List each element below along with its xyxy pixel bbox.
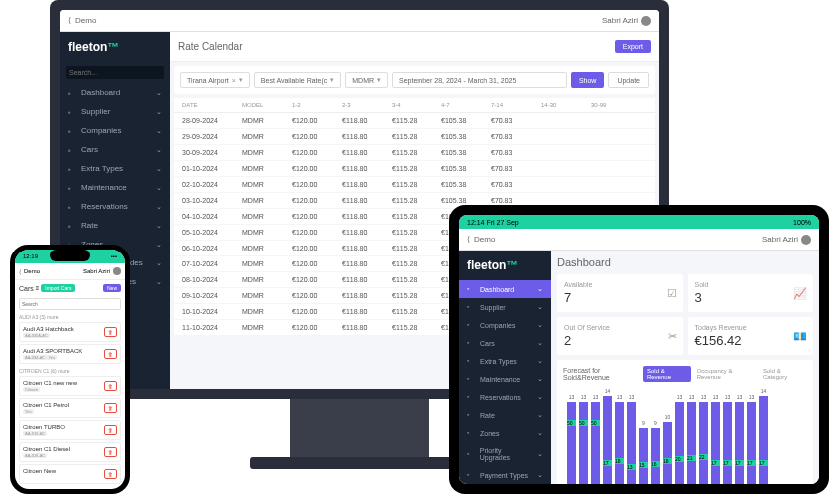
list-group-header[interactable]: CITROEN C1 (6) more [19,366,121,376]
stat-card-sold: Sold3📈 [688,274,814,312]
menu-icon: ▪ [467,450,475,458]
sidebar-item-maintenance[interactable]: ▪Maintenance⌄ [60,178,170,197]
menu-icon: ▪ [467,375,475,383]
menu-icon: ▪ [68,146,76,154]
sidebar-item-supplier[interactable]: ▪Supplier⌄ [459,298,551,316]
user-menu[interactable]: Sabri Aziri [602,16,651,26]
chart-bar: 1317 [711,402,720,484]
chevron-down-icon: ⌄ [537,411,543,419]
chevron-down-icon: ⌄ [537,303,543,311]
stat-card-todays-revenue: Todays Revenue€156.42💶 [688,317,814,355]
chart-tab[interactable]: Sold & Category [759,366,807,382]
sidebar-item-cars[interactable]: ▪Cars⌄ [459,334,551,352]
delete-icon[interactable]: 🗑 [104,327,117,337]
export-button[interactable]: Export [615,40,651,53]
back-icon[interactable]: ⟨ [19,268,21,275]
chevron-down-icon: ⌄ [537,429,543,437]
sidebar-item-extra-types[interactable]: ▪Extra Types⌄ [459,352,551,370]
sidebar-search[interactable] [66,66,164,79]
table-row[interactable]: 02-10-2024MDMR€120.00€118.80€115.28€105.… [174,177,655,193]
chart-bar: 1417 [603,396,612,484]
list-item[interactable]: Citroen TURBOAA-019-AC🗑 [19,420,121,440]
chart-bar: 1350 [567,402,576,484]
sidebar-item-extra-types[interactable]: ▪Extra Types⌄ [60,159,170,178]
chevron-down-icon: ⌄ [156,127,162,135]
delete-icon[interactable]: 🗑 [104,447,117,457]
menu-icon: ▪ [68,222,76,230]
chevron-down-icon: ⌄ [156,89,162,97]
sidebar-item-rate[interactable]: ▪Rate⌄ [459,406,551,424]
menu-icon: ▪ [467,411,475,419]
back-icon[interactable]: ⟨ [68,16,71,25]
stat-card-available: Available7☑ [557,274,683,312]
chevron-down-icon: ⌄ [156,259,162,267]
sidebar-item-companies[interactable]: ▪Companies⌄ [60,121,170,140]
user-menu[interactable]: Sabri Aziri [762,235,811,245]
table-row[interactable]: 30-09-2024MDMR€120.00€118.80€115.28€105.… [174,145,655,161]
table-row[interactable]: 01-10-2024MDMR€120.00€118.80€115.28€105.… [174,161,655,177]
filter-date-range[interactable]: September 28, 2024 - March 31, 2025 [392,72,567,88]
chart-bar: 915 [639,428,648,484]
sidebar-item-cars[interactable]: ▪Cars⌄ [60,140,170,159]
filter-icon[interactable]: ≡ [36,285,40,291]
delete-icon[interactable]: 🗑 [104,469,117,479]
show-button[interactable]: Show [571,72,605,88]
menu-icon: ▪ [68,127,76,135]
chevron-down-icon: ⌄ [156,241,162,249]
back-icon[interactable]: ⟨ [467,235,470,244]
chevron-down-icon: ⌄ [156,222,162,230]
chevron-down-icon: ⌄ [537,321,543,329]
filter-model[interactable]: MDMR▾ [345,72,388,88]
sidebar-item-zones[interactable]: ▪Zones⌄ [459,424,551,442]
sidebar-item-rate[interactable]: ▪Rate⌄ [60,216,170,235]
new-button[interactable]: New [103,284,121,292]
list-item[interactable]: Citroen New🗑 [19,464,121,484]
chevron-down-icon: ⌄ [537,357,543,365]
list-group-header[interactable]: AUDI A3 (3) more [19,312,121,322]
sidebar-item-payment-types[interactable]: ▪Payment Types⌄ [459,466,551,484]
filter-location[interactable]: Tirana Airport×▾ [180,72,250,88]
chart-bar: 1322 [699,402,708,484]
chevron-down-icon: ⌄ [537,339,543,347]
filter-rate[interactable]: Best Available Rate(c▾ [254,72,341,88]
table-row[interactable]: 28-09-2024MDMR€120.00€118.80€115.28€105.… [174,113,655,129]
user-icon [113,267,121,275]
table-row[interactable]: 29-09-2024MDMR€120.00€118.80€115.28€105.… [174,129,655,145]
menu-icon: ▪ [467,285,475,293]
chart-tab[interactable]: Sold & Revenue [643,366,691,382]
chevron-down-icon: ⌄ [156,203,162,211]
logo: fleeton™ [60,32,170,62]
list-item[interactable]: Citroen C1 PetrolYes🗑 [19,398,121,418]
chevron-down-icon: ⌄ [537,285,543,293]
sidebar-item-companies[interactable]: ▪Companies⌄ [459,316,551,334]
delete-icon[interactable]: 🗑 [104,381,117,391]
sidebar-item-reservations[interactable]: ▪Reservations⌄ [60,197,170,216]
sidebar-item-priority-upgrades[interactable]: ▪Priority Upgrades⌄ [459,442,551,466]
page-title: Rate Calendar [178,41,242,52]
chevron-down-icon: ⌄ [537,450,543,458]
sidebar-item-dashboard[interactable]: ▪Dashboard⌄ [459,280,551,298]
delete-icon[interactable]: 🗑 [104,425,117,435]
delete-icon[interactable]: 🗑 [104,349,117,359]
forecast-chart: 1350135013501417131813139159161018132013… [563,386,807,484]
phone-search[interactable] [19,298,121,310]
sidebar-item-supplier[interactable]: ▪Supplier⌄ [60,102,170,121]
list-item[interactable]: Citroen C1 DieselAA-019-AC🗑 [19,442,121,462]
sidebar-item-dashboard[interactable]: ▪Dashboard⌄ [60,83,170,102]
delete-icon[interactable]: 🗑 [104,403,117,413]
tablet-sidebar: fleeton™ ▪Dashboard⌄▪Supplier⌄▪Companies… [459,251,551,484]
sidebar-item-reservations[interactable]: ▪Reservations⌄ [459,388,551,406]
chart-tab[interactable]: Occupancy & Revenue [693,366,757,382]
update-button[interactable]: Update [608,72,649,88]
list-item[interactable]: Audi A3 HatchbackAA-035A-AC🗑 [19,322,121,342]
list-item[interactable]: Citroen C1 new newCitroen🗑 [19,376,121,396]
demo-badge: Demo [75,16,96,25]
close-icon[interactable]: × [232,77,236,84]
list-item[interactable]: Audi A3 SPORTBACKAA-034-AC · Yes🗑 [19,344,121,364]
sidebar-item-maintenance[interactable]: ▪Maintenance⌄ [459,370,551,388]
chevron-down-icon: ⌄ [537,471,543,479]
stat-icon: ☑ [667,287,677,300]
chevron-down-icon: ⌄ [156,165,162,173]
import-button[interactable]: Import Cars [41,284,75,292]
chart-title: Forecast for Sold&Revenue [563,367,643,381]
